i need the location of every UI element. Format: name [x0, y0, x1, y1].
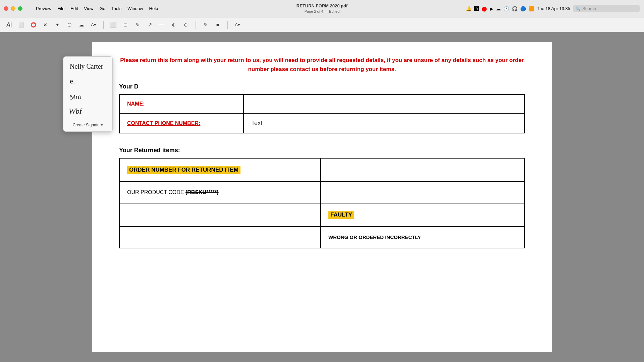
create-signature-button[interactable]: Create Signature — [63, 121, 112, 129]
table-row: OUR PRODUCT CODE (RBSKU*****) — [119, 182, 525, 203]
returned-section: Your Returned items: ORDER NUMBER FOR RE… — [119, 147, 525, 248]
wrong-left-cell — [119, 227, 321, 248]
table-row: WRONG OR ORDERED INCORRECTLY — [119, 227, 525, 248]
svg-text:Nelly Carter: Nelly Carter — [70, 63, 103, 70]
menu-edit[interactable]: Edit — [70, 6, 78, 11]
tool-font[interactable]: A▾ — [234, 21, 241, 28]
svg-text:e.: e. — [70, 77, 75, 85]
tool-cloud[interactable]: ☁ — [78, 21, 85, 28]
tool-zoom-in[interactable]: ⊕ — [170, 21, 177, 28]
maximize-button[interactable] — [18, 6, 22, 11]
order-number-label-cell: ORDER NUMBER FOR RETURNED ITEM — [119, 158, 321, 182]
wrong-right-cell: WRONG OR ORDERED INCORRECTLY — [321, 227, 525, 248]
tool-line[interactable]: — — [158, 21, 165, 28]
tool-cross[interactable]: ✕ — [42, 21, 49, 28]
product-code-label-cell: OUR PRODUCT CODE (RBSKU*****) — [119, 182, 321, 203]
signature-popup[interactable]: Nelly Carter e. Mm Wbf Create Signature — [63, 56, 113, 132]
tool-text2[interactable]: A▾ — [90, 21, 97, 28]
menu-file[interactable]: File — [57, 6, 64, 11]
system-icon-4: ▶ — [490, 6, 493, 11]
window-title: RETURN FORM 2020.pdf Page 2 of 4 — Edite… — [297, 3, 347, 14]
separator-2 — [196, 21, 196, 29]
svg-text:🔍: 🔍 — [26, 6, 33, 12]
wrong-label: WRONG OR ORDERED INCORRECTLY — [328, 234, 421, 240]
tool-annotate[interactable]: ⬜ — [110, 21, 117, 28]
menu-window[interactable]: Window — [127, 6, 143, 11]
signature-option-3[interactable]: Mm — [63, 88, 112, 103]
product-code-value-cell[interactable] — [321, 182, 525, 203]
search-placeholder: Search — [582, 6, 596, 11]
tool-shape[interactable]: ⬡ — [66, 21, 73, 28]
system-icon-7: 🎧 — [512, 6, 518, 11]
signature-option-4[interactable]: Wbf — [63, 103, 112, 118]
tool-zoom-out[interactable]: ⊖ — [182, 21, 190, 28]
svg-text:Wbf: Wbf — [68, 107, 83, 115]
system-icon-3: ⬤ — [482, 6, 487, 11]
system-icon-5: ☁ — [496, 6, 501, 11]
separator-1 — [103, 21, 104, 29]
pdf-page: Please return this form along with your … — [92, 42, 552, 352]
file-name: RETURN FORM 2020.pdf — [297, 3, 347, 9]
tool-text[interactable]: A| — [5, 21, 13, 28]
app-icon: 🔍 — [26, 5, 33, 12]
order-number-label: ORDER NUMBER FOR RETURNED ITEM — [127, 166, 240, 174]
name-row: NAME: — [119, 95, 525, 113]
tool-highlight[interactable]: □ — [122, 21, 129, 28]
traffic-lights — [4, 6, 22, 11]
contact-value: Text — [251, 120, 262, 126]
contact-label-cell: CONTACT PHONE NUMBER: — [119, 113, 244, 133]
titlebar-right: 🔔 🅰 ⬤ ▶ ☁ 🕐 🎧 🔵 📶 Tue 18 Apr 13:35 🔍 Sea… — [466, 0, 640, 17]
menu-help[interactable]: Help — [149, 6, 158, 11]
name-value-cell[interactable] — [244, 95, 525, 113]
system-icon-9: 📶 — [529, 6, 534, 11]
faulty-left-cell — [119, 203, 321, 227]
menu-tools[interactable]: Tools — [111, 6, 121, 11]
contact-value-cell[interactable]: Text — [244, 113, 525, 133]
page-info: Page 2 of 4 — Edited — [297, 9, 347, 14]
svg-text:Mm: Mm — [69, 93, 82, 101]
order-number-value-cell[interactable] — [321, 158, 525, 182]
search-box[interactable]: 🔍 Search — [573, 5, 640, 12]
contact-row: CONTACT PHONE NUMBER: Text — [119, 113, 525, 133]
returned-table: ORDER NUMBER FOR RETURNED ITEM OUR PRODU… — [119, 158, 525, 248]
your-details-title: Your D — [119, 83, 525, 90]
sig-divider — [63, 119, 112, 119]
system-icon-2: 🅰 — [474, 6, 479, 11]
product-code-label: OUR PRODUCT CODE (RBSKU*****) — [127, 189, 219, 195]
tool-rect[interactable]: ⬜ — [17, 21, 25, 28]
separator-3 — [227, 21, 228, 29]
tool-star[interactable]: ✦ — [54, 21, 61, 28]
tool-oval[interactable]: ⭕ — [30, 21, 37, 28]
returned-title: Your Returned items: — [119, 147, 525, 154]
intro-text: Please return this form along with your … — [119, 56, 525, 74]
name-label: NAME: — [127, 101, 145, 107]
tool-arrow[interactable]: ↗ — [146, 21, 153, 28]
signature-option-1[interactable]: Nelly Carter — [63, 59, 112, 73]
table-row: FAULTY — [119, 203, 525, 227]
tool-pencil[interactable]: ✎ — [134, 21, 141, 28]
name-label-cell: NAME: — [119, 95, 244, 113]
minimize-button[interactable] — [11, 6, 15, 11]
tool-redact[interactable]: ■ — [214, 21, 221, 28]
signature-option-2[interactable]: e. — [63, 73, 112, 88]
contact-label: CONTACT PHONE NUMBER: — [127, 120, 200, 126]
datetime-display: Tue 18 Apr 13:35 — [537, 6, 570, 11]
system-icon-8: 🔵 — [520, 6, 526, 11]
close-button[interactable] — [4, 6, 8, 11]
menu-view[interactable]: View — [84, 6, 94, 11]
system-icon-6: 🕐 — [503, 6, 509, 11]
tool-signature[interactable]: ✎ — [202, 21, 209, 28]
content-area: Please return this form along with your … — [0, 32, 644, 362]
mac-menu: Preview File Edit View Go Tools Window H… — [36, 6, 158, 11]
faulty-label: FAULTY — [328, 211, 354, 219]
faulty-right-cell: FAULTY — [321, 203, 525, 227]
menu-preview[interactable]: Preview — [36, 6, 51, 11]
details-table: NAME: CONTACT PHONE NUMBER: Text — [119, 94, 525, 133]
titlebar: 🔍 Preview File Edit View Go Tools Window… — [0, 0, 644, 17]
system-icon-1: 🔔 — [466, 6, 472, 11]
search-icon: 🔍 — [576, 6, 581, 11]
menu-go[interactable]: Go — [100, 6, 105, 11]
table-row: ORDER NUMBER FOR RETURNED ITEM — [119, 158, 525, 182]
toolbar: A| ⬜ ⭕ ✕ ✦ ⬡ ☁ A▾ ⬜ □ ✎ ↗ — ⊕ ⊖ ✎ ■ A▾ — [0, 17, 644, 32]
